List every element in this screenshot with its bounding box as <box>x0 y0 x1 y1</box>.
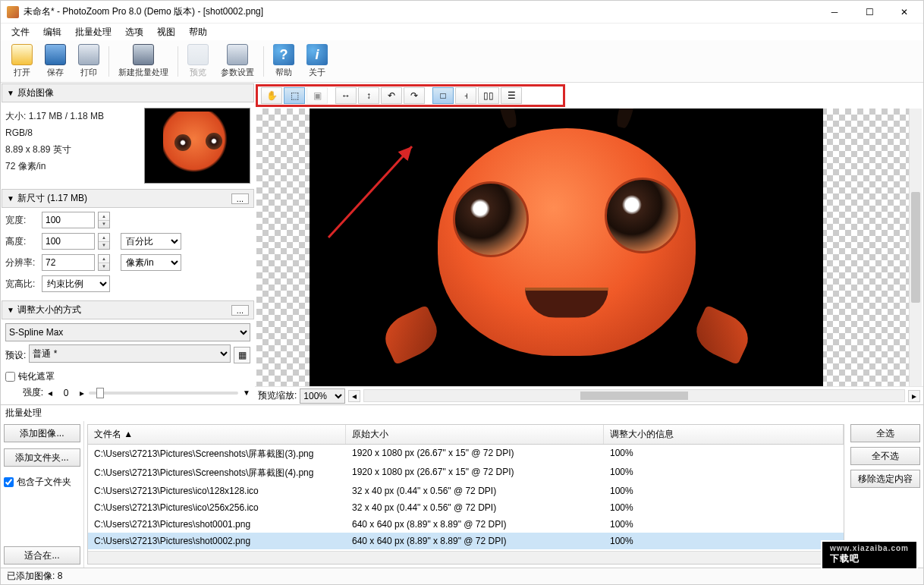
canvas-toolbar: ✋ ⬚ ▣ ↔ ↕ ↶ ↷ □ ⫞ ▯▯ ☰ <box>256 84 565 107</box>
newsize-more-button[interactable]: ... <box>231 193 249 204</box>
menu-edit[interactable]: 编辑 <box>37 24 68 40</box>
flip-v-button[interactable]: ↕ <box>358 87 379 104</box>
flip-h-button[interactable]: ↔ <box>335 87 357 104</box>
orig-filesize: 大小: 1.17 MB / 1.18 MB <box>5 108 144 124</box>
aspect-label: 宽高比: <box>5 278 39 291</box>
include-subfolders-checkbox[interactable]: 包含子文件夹 <box>4 476 80 489</box>
table-row[interactable]: C:\Users\27213\Pictures\shot0002.png640 … <box>88 533 844 549</box>
new-batch-button[interactable]: 新建批量处理 <box>112 42 174 81</box>
view-split-h-button[interactable]: ⫞ <box>455 87 476 104</box>
height-label: 高度: <box>5 235 39 248</box>
zoom-label: 预览缩放: <box>258 389 297 402</box>
table-header[interactable]: 文件名 ▲ 原始大小 调整大小的信息 <box>88 425 844 445</box>
preview-canvas[interactable] <box>256 109 922 386</box>
original-info: 大小: 1.17 MB / 1.18 MB RGB/8 8.89 x 8.89 … <box>5 108 144 184</box>
settings-button[interactable]: 参数设置 <box>215 42 260 81</box>
col-resize[interactable]: 调整大小的信息 <box>604 425 844 444</box>
unsharp-checkbox[interactable]: 钝化遮罩 <box>5 369 250 385</box>
add-image-button[interactable]: 添加图像... <box>4 424 80 442</box>
view-split-stack-button[interactable]: ☰ <box>501 87 522 104</box>
app-icon <box>7 6 19 18</box>
open-button[interactable]: 打开 <box>5 42 39 81</box>
aspect-select[interactable]: 约束比例 <box>42 275 110 292</box>
unit-select[interactable]: 百分比 <box>121 233 181 250</box>
select-none-button[interactable]: 全不选 <box>850 447 920 465</box>
section-original[interactable]: ▼原始图像 <box>2 83 254 102</box>
section-resize-method[interactable]: ▼调整大小的方式... <box>2 300 254 319</box>
table-row[interactable]: C:\Users\27213\Pictures\Screenshots\屏幕截图… <box>88 445 844 464</box>
table-row[interactable]: C:\Users\27213\Pictures\Screenshots\屏幕截图… <box>88 464 844 483</box>
strength-slider[interactable] <box>89 392 238 395</box>
print-button[interactable]: 打印 <box>72 42 105 81</box>
preset-select[interactable]: 普通 * <box>29 344 231 363</box>
section-newsize[interactable]: ▼新尺寸 (1.17 MB)... <box>2 189 254 208</box>
menu-help[interactable]: 帮助 <box>183 24 213 40</box>
preview-pane: ✋ ⬚ ▣ ↔ ↕ ↶ ↷ □ ⫞ ▯▯ ☰ <box>255 83 923 404</box>
res-spinner[interactable]: ▲▼ <box>98 254 110 271</box>
crop-button[interactable]: ▣ <box>306 87 328 104</box>
menu-batch[interactable]: 批量处理 <box>69 24 118 40</box>
thumbnail[interactable] <box>144 108 250 184</box>
table-row[interactable]: C:\Users\27213\Pictures\ico\256x256.ico3… <box>88 499 844 516</box>
add-folder-button[interactable]: 添加文件夹... <box>4 448 80 467</box>
remove-selected-button[interactable]: 移除选定内容 <box>850 470 920 488</box>
zoom-select[interactable]: 100% <box>300 388 345 404</box>
batch-table: 文件名 ▲ 原始大小 调整大小的信息 C:\Users\27213\Pictur… <box>87 424 844 565</box>
minimize-button[interactable]: ─ <box>817 1 852 24</box>
rotate-ccw-button[interactable]: ↶ <box>381 87 402 104</box>
fit-in-button[interactable]: 适合在... <box>4 546 80 565</box>
select-tool-button[interactable]: ⬚ <box>284 87 305 104</box>
maximize-button[interactable]: ☐ <box>852 1 887 24</box>
window-title: 未命名* - PhotoZoom Pro 8.0 (Demo 版本) - [sh… <box>24 5 817 18</box>
preset-label: 预设: <box>5 349 26 362</box>
scroll-right-button[interactable]: ▸ <box>908 390 920 402</box>
method-select[interactable]: S-Spline Max <box>5 323 250 341</box>
watermark: www.xiazaiba.com 下载吧 <box>821 540 918 570</box>
view-single-button[interactable]: □ <box>432 87 454 104</box>
table-row[interactable]: C:\Users\27213\Pictures\ico\128x128.ico3… <box>88 483 844 499</box>
width-label: 宽度: <box>5 214 39 227</box>
statusbar: 已添加图像: 8 <box>1 568 923 584</box>
preset-save-button[interactable]: ▦ <box>234 347 250 363</box>
preview-button[interactable]: 预览 <box>181 42 215 81</box>
scroll-left-button[interactable]: ◂ <box>348 390 360 402</box>
batch-actions-left: 添加图像... 添加文件夹... 包含子文件夹 适合在... <box>1 421 84 568</box>
resize-more-button[interactable]: ... <box>231 305 249 316</box>
main-toolbar: 打开 保存 打印 新建批量处理 预览 参数设置 ?帮助 i关于 <box>1 40 923 83</box>
hand-tool-button[interactable]: ✋ <box>261 87 282 104</box>
menu-file[interactable]: 文件 <box>5 24 36 40</box>
rotate-cw-button[interactable]: ↷ <box>404 87 425 104</box>
res-unit-select[interactable]: 像素/in <box>121 254 181 271</box>
status-added: 已添加图像: 8 <box>7 570 62 583</box>
res-input[interactable] <box>42 254 95 271</box>
batch-title: 批量处理 <box>1 405 923 421</box>
titlebar: 未命名* - PhotoZoom Pro 8.0 (Demo 版本) - [sh… <box>1 1 923 24</box>
col-size[interactable]: 原始大小 <box>346 425 604 444</box>
canvas-hscrollbar[interactable] <box>363 389 905 402</box>
menu-view[interactable]: 视图 <box>151 24 181 40</box>
strength-value: 0 <box>57 388 75 398</box>
orig-colormode: RGB/8 <box>5 124 144 141</box>
strength-label: 强度: <box>5 386 43 399</box>
orig-dim: 8.89 x 8.89 英寸 <box>5 141 144 158</box>
canvas-vscrollbar[interactable] <box>909 109 922 386</box>
menu-options[interactable]: 选项 <box>119 24 149 40</box>
about-button[interactable]: i关于 <box>300 42 334 81</box>
help-button[interactable]: ?帮助 <box>267 42 300 81</box>
view-split-v-button[interactable]: ▯▯ <box>478 87 499 104</box>
close-button[interactable]: ✕ <box>887 1 922 24</box>
side-panel: ▼原始图像 大小: 1.17 MB / 1.18 MB RGB/8 8.89 x… <box>1 83 255 404</box>
select-all-button[interactable]: 全选 <box>850 424 920 442</box>
menubar: 文件 编辑 批量处理 选项 视图 帮助 <box>1 24 923 40</box>
table-row[interactable]: C:\Users\27213\Pictures\shot0001.png640 … <box>88 516 844 533</box>
height-spinner[interactable]: ▲▼ <box>98 233 110 250</box>
orig-dpi: 72 像素/in <box>5 158 144 175</box>
preview-image <box>369 109 764 386</box>
table-hscrollbar[interactable] <box>88 551 844 564</box>
height-input[interactable] <box>42 233 95 250</box>
width-input[interactable] <box>42 212 95 228</box>
col-file[interactable]: 文件名 ▲ <box>88 425 346 444</box>
width-spinner[interactable]: ▲▼ <box>98 212 110 228</box>
res-label: 分辨率: <box>5 256 39 269</box>
save-button[interactable]: 保存 <box>39 42 72 81</box>
